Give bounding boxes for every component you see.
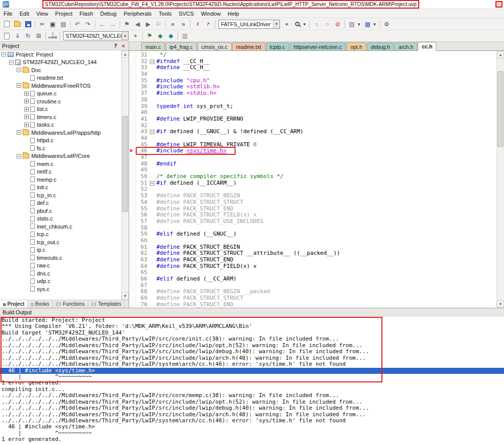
options-for-target-icon[interactable]: ⌖ [131, 31, 140, 41]
tree-item-project-project[interactable]: −Project: Project [0, 50, 121, 59]
tree-item-stm32f429zi-nucleo-144[interactable]: −STM32F429ZI_NUCLEO_144 [0, 59, 121, 67]
toggle-bookmark-icon[interactable]: ⚑ [122, 19, 132, 29]
collapse-icon[interactable]: − [17, 83, 21, 88]
tree-item-inet-chksum-c[interactable]: inet_chksum.c [0, 222, 121, 231]
outdent-icon[interactable]: « [168, 19, 178, 29]
tree-item-raw-c[interactable]: raw.c [0, 262, 121, 270]
editor-tab-arch-h[interactable]: arch.h [395, 42, 417, 50]
window-layout-dropdown-arrow-icon[interactable]: ▾ [372, 19, 377, 29]
expand-icon[interactable]: + [24, 91, 29, 96]
build-output-line[interactable]: | ^~~~~~~~~~~ [2, 430, 504, 436]
collapse-icon[interactable]: − [17, 68, 21, 72]
paste-icon[interactable]: ▤ [59, 19, 68, 29]
menu-tools[interactable]: Tools [155, 9, 176, 18]
undo-icon[interactable]: ↶ [73, 19, 82, 29]
editor-tab-opt-h[interactable]: opt.h [347, 42, 366, 50]
expand-icon[interactable]: + [24, 115, 29, 119]
new-file-icon[interactable] [2, 19, 12, 29]
tree-item-tcp-out-c[interactable]: tcp_out.c [0, 238, 121, 246]
collapse-icon[interactable]: − [17, 154, 21, 158]
build-output-line[interactable]: | ^~~~~~~~~~~ [2, 374, 504, 380]
highlight-icon[interactable]: ▨ [347, 19, 357, 29]
tree-item-readme-txt[interactable]: readme.txt [0, 74, 121, 82]
tree-item-timers-c[interactable]: +timers.c [0, 113, 121, 121]
menu-flash[interactable]: Flash [76, 9, 97, 18]
tree-item-tcp-in-c[interactable]: tcp_in.c [0, 191, 121, 199]
tree-item-middlewares-lwip-apps-http[interactable]: −Middlewares/LwIP/apps/http [0, 129, 121, 137]
insert-breakpoint-icon[interactable]: ○ [312, 19, 321, 29]
build-output-line[interactable]: ../../../../../../Middlewares/Third_Part… [2, 393, 504, 399]
collapse-icon[interactable]: − [2, 52, 6, 57]
expand-icon[interactable]: + [24, 99, 29, 103]
tree-item-doc[interactable]: −Doc [0, 66, 121, 74]
menu-debug[interactable]: Debug [97, 9, 120, 18]
panel-tab-templates[interactable]: ()Templates [88, 300, 125, 308]
scrollbar-thumb[interactable] [497, 71, 503, 147]
tree-item-list-c[interactable]: +list.c [0, 105, 121, 114]
build-output-line[interactable]: ../../../../../../Middlewares/Third_Part… [2, 405, 504, 411]
tree-item-stats-c[interactable]: stats.c [0, 215, 121, 223]
pin-icon[interactable] [113, 43, 119, 49]
clear-bookmarks-icon[interactable]: ⚐ [154, 19, 163, 29]
tree-item-httpd-c[interactable]: httpd.c [0, 137, 121, 145]
previous-bookmark-icon[interactable]: ◀ [133, 19, 142, 29]
build-output-line[interactable]: ../../../../../../Middlewares/Third_Part… [2, 349, 504, 355]
combobox-dropdown-arrow-icon[interactable]: ▾ [273, 20, 279, 28]
cut-icon[interactable]: ✂ [37, 19, 47, 29]
find-in-files-icon[interactable]: ⌖ [282, 19, 292, 29]
window-layout-icon[interactable]: ▦ [363, 19, 372, 29]
panel-tab-project[interactable]: ▦Project [0, 300, 28, 308]
tree-item-udp-c[interactable]: udp.c [0, 277, 121, 286]
editor-scrollbar[interactable]: ▲ ▼ [496, 51, 504, 308]
indent-icon[interactable]: » [179, 19, 188, 29]
pack-installer-icon[interactable]: ◆ [166, 31, 176, 41]
fold-collapse-icon[interactable]: − [150, 130, 154, 134]
editor-tab-httpserver-netconn-c[interactable]: httpserver-netconn.c [290, 42, 346, 50]
editor-tab-ip4-frag-c[interactable]: ip4_frag.c [165, 42, 197, 50]
scroll-up-icon[interactable]: ▲ [497, 51, 504, 59]
manage-rte-icon[interactable]: ◆ [155, 31, 165, 41]
menu-view[interactable]: View [33, 9, 52, 18]
kill-all-breakpoints-icon[interactable]: ⊘ [333, 19, 343, 29]
batch-build-icon[interactable]: ⊞ [34, 31, 43, 41]
build-output-line[interactable]: ../../../../../../Middlewares/Third_Part… [2, 361, 504, 367]
menu-window[interactable]: Window [197, 9, 224, 18]
close-icon[interactable]: × [120, 43, 127, 49]
scrollbar-thumb[interactable] [122, 116, 128, 212]
copy-icon[interactable]: ▣ [48, 19, 58, 29]
scroll-down-icon[interactable]: ▼ [122, 292, 129, 300]
project-tree-scrollbar[interactable]: ▲ ▼ [121, 50, 129, 300]
panel-tab-books[interactable]: ◫Books [28, 300, 52, 308]
tree-item-dns-c[interactable]: dns.c [0, 269, 121, 277]
next-bookmark-icon[interactable]: ▶ [143, 19, 153, 29]
tree-item-ip-c[interactable]: ip.c [0, 246, 121, 254]
expand-icon[interactable]: + [24, 123, 29, 127]
menu-svcs[interactable]: SVCS [175, 9, 197, 18]
editor-tab-readme-txt[interactable]: readme.txt [232, 42, 265, 50]
editor-tab-tcpip-c[interactable]: tcpip.c [266, 42, 289, 50]
panel-tab-functions[interactable]: {}Functions [53, 300, 88, 308]
tree-item-queue-c[interactable]: +queue.c [0, 90, 121, 98]
collapse-icon[interactable]: − [17, 130, 21, 135]
flag-icon[interactable]: ⚑ [145, 31, 154, 41]
tree-item-netif-c[interactable]: netif.c [0, 168, 121, 176]
scroll-down-icon[interactable]: ▼ [497, 300, 504, 308]
tree-item-sys-c[interactable]: sys.c [0, 285, 121, 293]
build-output-line[interactable]: *** Using Compiler 'V6.21', folder: 'd:\… [2, 323, 504, 329]
help-books-icon[interactable]: ▥ [180, 31, 190, 41]
tree-item-memp-c[interactable]: memp.c [0, 176, 121, 184]
save-icon[interactable] [23, 19, 33, 29]
tree-item-fs-c[interactable]: fs.c [0, 144, 121, 152]
fold-collapse-icon[interactable]: − [150, 60, 154, 64]
navigate-forward-icon[interactable]: → [108, 19, 118, 29]
build-output-line[interactable]: 46 | #include <sys/time.h> [2, 424, 504, 430]
tree-item-tasks-c[interactable]: +tasks.c [0, 121, 121, 129]
configure-icon[interactable]: ⚙ [382, 19, 391, 29]
target-dropdown-arrow-icon[interactable]: ▾ [122, 32, 128, 40]
tree-item-tcp-c[interactable]: tcp.c [0, 231, 121, 239]
build-output-content[interactable]: Build started: Project: Project*** Using… [0, 316, 504, 445]
target-select-combobox[interactable]: STM32F429ZI_NUCLEO_1 ▾ [63, 31, 129, 40]
editor-tab-cc-h[interactable]: cc.h [418, 42, 436, 51]
uncomment-icon[interactable]: /* [203, 19, 213, 29]
tree-item-init-c[interactable]: init.c [0, 184, 121, 192]
